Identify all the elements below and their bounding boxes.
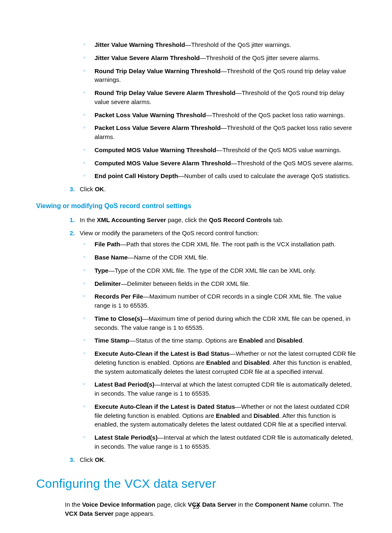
page-number: 23 [0, 503, 392, 511]
step-text: Click OK. [80, 185, 106, 192]
param-term: Type [95, 267, 108, 274]
step-number: 3. [65, 185, 75, 194]
param-latest-bad-period: Latest Bad Period(s)—Interval at which t… [80, 380, 356, 398]
param-desc: —Delimiter between fields in the CDR XML… [121, 280, 250, 287]
step-text: In the XML Accounting Server page, click… [80, 216, 284, 223]
param-term: Records Per File [95, 293, 143, 300]
page-content: Jitter Value Warning Threshold—Threshold… [65, 40, 356, 518]
step-1: 1. In the XML Accounting Server page, cl… [65, 216, 356, 225]
list-item: Computed MOS Value Severe Alarm Threshol… [80, 159, 356, 168]
param-term: Time to Close(s) [95, 315, 142, 322]
list-item: End point Call History Depth—Number of c… [80, 171, 356, 181]
list-item: Delimiter—Delimiter between fields in th… [80, 279, 356, 288]
param-time-stamp: Time Stamp—Status of the time stamp. Opt… [80, 336, 356, 345]
list-item: Jitter Value Warning Threshold—Threshold… [80, 40, 356, 49]
heading-vcx-data-server: Configuring the VCX data server [36, 475, 356, 493]
param-desc: —Threshold of the QoS jitter warnings. [185, 41, 291, 48]
param-term: Jitter Value Severe Alarm Threshold [95, 54, 200, 61]
param-term: Delimiter [95, 280, 121, 287]
param-term: Computed MOS Value Severe Alarm Threshol… [95, 160, 231, 167]
param-desc: —Threshold of the QoS jitter severe alar… [200, 54, 320, 61]
param-autoclean-dated: Execute Auto-Clean if the Latest is Date… [80, 402, 356, 429]
step-number: 2. [65, 229, 75, 238]
list-item: Jitter Value Severe Alarm Threshold—Thre… [80, 53, 356, 63]
list-item: Round Trip Delay Value Severe Alarm Thre… [80, 88, 356, 107]
param-term: Round Trip Delay Value Warning Threshold [95, 67, 221, 74]
step-number: 3. [65, 455, 75, 464]
list-item: Records Per File—Maximum number of CDR r… [80, 292, 356, 310]
qos-record-step-list: 1. In the XML Accounting Server page, cl… [65, 216, 356, 464]
param-term: End point Call History Depth [95, 172, 178, 179]
param-term: Packet Loss Value Warning Threshold [95, 111, 206, 118]
step-text: View or modify the parameters of the QoS… [80, 229, 259, 236]
param-latest-stale-period: Latest Stale Period(s)—Interval at which… [80, 433, 356, 451]
step-2: 2. View or modify the parameters of the … [65, 229, 356, 451]
param-term: Base Name [95, 254, 128, 261]
step-3-click-ok: 3. Click OK. [65, 185, 356, 194]
param-desc: —Threshold of the QoS packet loss ratio … [206, 111, 345, 118]
param-autoclean-bad: Execute Auto-Clean if the Latest is Bad … [80, 349, 356, 376]
subheading-qos-record: Viewing or modifying QoS record control … [36, 201, 356, 211]
list-item: Packet Loss Value Severe Alarm Threshold… [80, 123, 356, 141]
param-desc: —Number of calls used to calculate the a… [178, 172, 350, 179]
param-term: Jitter Value Warning Threshold [95, 41, 185, 48]
list-item: Base Name—Name of the CDR XML file. [80, 253, 356, 262]
step-number: 1. [65, 216, 75, 225]
param-term: File Path [95, 241, 120, 248]
step-text: Click OK. [80, 456, 106, 463]
step-3-click-ok: 3. Click OK. [65, 455, 356, 464]
list-item: Type—Type of the CDR XML file. The type … [80, 266, 356, 275]
list-item: File Path—Path that stores the CDR XML f… [80, 240, 356, 249]
list-item: Time to Close(s)—Maximum time of period … [80, 314, 356, 332]
param-desc: —Threshold of the QoS MOS severe alarms. [231, 160, 353, 167]
list-item: Round Trip Delay Value Warning Threshold… [80, 67, 356, 85]
param-desc: —Name of the CDR XML file. [128, 254, 208, 261]
param-desc: —Path that stores the CDR XML file. The … [120, 241, 336, 248]
param-desc: —Threshold of the QoS MOS value warnings… [216, 146, 341, 153]
param-desc: —Type of the CDR XML file. The type of t… [108, 267, 316, 274]
param-term: Computed MOS Value Warning Threshold [95, 146, 216, 153]
step-continued: Jitter Value Warning Threshold—Threshold… [65, 40, 356, 181]
threshold-params: Jitter Value Warning Threshold—Threshold… [80, 40, 356, 181]
param-term: Round Trip Delay Value Severe Alarm Thre… [95, 89, 235, 96]
threshold-step-list: Jitter Value Warning Threshold—Threshold… [65, 40, 356, 194]
list-item: Packet Loss Value Warning Threshold—Thre… [80, 111, 356, 120]
qos-record-params: File Path—Path that stores the CDR XML f… [80, 240, 356, 451]
param-term: Packet Loss Value Severe Alarm Threshold [95, 124, 221, 131]
list-item: Computed MOS Value Warning Threshold—Thr… [80, 146, 356, 155]
